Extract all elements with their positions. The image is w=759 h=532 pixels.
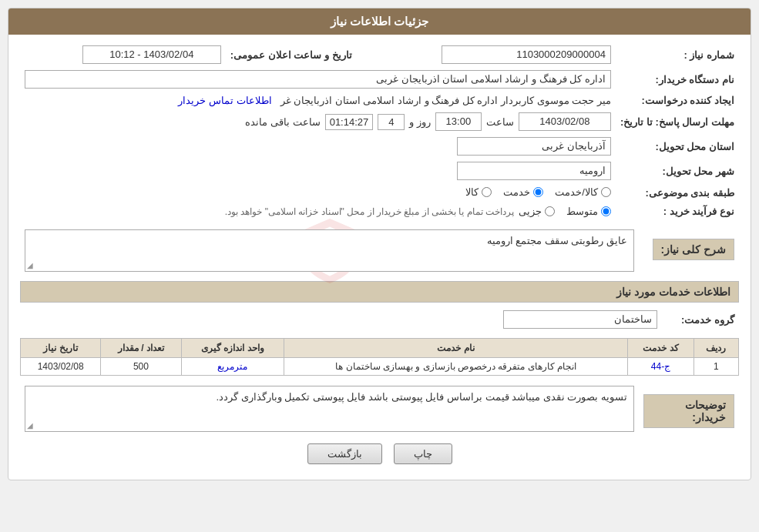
table-row: استان محل تحویل: آذربایجان غربی: [20, 134, 739, 159]
procurement-radio-group: متوسط جزیی: [519, 206, 611, 217]
creator-value: میر حجت موسوی کاربردار اداره کل فرهنگ و …: [280, 95, 611, 106]
print-button[interactable]: چاپ: [394, 443, 452, 464]
services-table-body: 1 ج-44 انجام کارهای متفرقه درخصوص بازساز…: [21, 358, 739, 376]
province-value: آذربایجان غربی: [457, 137, 611, 156]
response-deadline-row: 1403/02/08 ساعت 13:00 روز و 4 01:14:27 س…: [25, 112, 611, 131]
col-qty: تعداد / مقدار: [101, 339, 181, 358]
row-code: ج-44: [628, 358, 694, 376]
table-row: شهر محل تحویل: ارومیه: [20, 159, 739, 183]
card-body: شماره نیاز : 1103000209000004 تاریخ و سا…: [8, 35, 751, 480]
table-row: طبقه بندی موضوعی: کالا/خدمت خدمت: [20, 183, 739, 202]
need-description-text: عایق رطوبتی سقف مجتمع ارومیه: [487, 235, 627, 246]
radio-kala-khadamat-label: کالا/خدمت: [555, 186, 598, 198]
info-table: شماره نیاز : 1103000209000004 تاریخ و سا…: [20, 42, 739, 220]
table-header-row: ردیف کد خدمت نام خدمت واحد اندازه گیری ت…: [21, 339, 739, 358]
table-row: شماره نیاز : 1103000209000004 تاریخ و سا…: [20, 42, 739, 67]
row-name: انجام کارهای متفرقه درخصوص بازسازی و بهس…: [284, 358, 628, 376]
buyer-notes-value: تسویه بصورت نقدی میباشد قیمت براساس فایل…: [25, 386, 634, 432]
col-unit: واحد اندازه گیری: [181, 339, 284, 358]
row-num: 1: [694, 358, 738, 376]
col-code: کد خدمت: [628, 339, 694, 358]
main-card: جزئیات اطلاعات نیاز شماره نیاز : 1103000…: [8, 8, 751, 480]
service-group-label: گروه خدمت:: [662, 307, 739, 332]
radio-motasat[interactable]: متوسط: [566, 206, 611, 217]
radio-kala-khadamat[interactable]: کالا/خدمت: [555, 186, 611, 198]
need-description-label: شرح کلی نیاز:: [653, 239, 734, 260]
radio-khadamat-input[interactable]: [533, 187, 543, 197]
radio-jozei-label: جزیی: [519, 206, 542, 217]
response-date: 1403/02/08: [519, 112, 611, 131]
requester-org-label: نام دستگاه خریدار:: [616, 67, 739, 92]
back-button[interactable]: بازگشت: [307, 443, 382, 464]
announce-date-value: 1403/02/04 - 10:12: [82, 45, 221, 64]
services-section-title: اطلاعات خدمات مورد نیاز: [20, 281, 739, 303]
city-label: شهر محل تحویل:: [616, 159, 739, 183]
services-table: ردیف کد خدمت نام خدمت واحد اندازه گیری ت…: [20, 338, 739, 376]
procurement-note: پرداخت تمام یا بخشی از مبلغ خریدار از مح…: [225, 206, 514, 217]
province-label: استان محل تحویل:: [616, 134, 739, 159]
radio-motasat-input[interactable]: [601, 206, 611, 216]
table-row: نوع فرآیند خرید : متوسط جزیی: [20, 202, 739, 220]
announce-date-label: تاریخ و ساعت اعلان عمومی:: [226, 42, 368, 67]
category-radio-group: کالا/خدمت خدمت کالا: [465, 186, 611, 198]
table-row: گروه خدمت: ساختمان: [20, 307, 739, 332]
services-table-head: ردیف کد خدمت نام خدمت واحد اندازه گیری ت…: [21, 339, 739, 358]
col-date: تاریخ نیاز: [21, 339, 101, 358]
row-unit: مترمربع: [181, 358, 284, 376]
need-description-table: شرح کلی نیاز: عایق رطوبتی سقف م: [20, 226, 739, 275]
service-group-value: ساختمان: [503, 310, 657, 329]
button-row: چاپ بازگشت: [20, 443, 739, 464]
response-countdown-label: ساعت باقی مانده: [245, 116, 320, 128]
buyer-notes-table: توضیحات خریدار: تسویه بصورت نقدی میباشد …: [20, 382, 739, 436]
table-row: نام دستگاه خریدار: اداره کل فرهنگ و ارشا…: [20, 67, 739, 92]
radio-kala[interactable]: کالا: [465, 186, 492, 198]
service-group-table: گروه خدمت: ساختمان: [20, 307, 739, 332]
response-countdown: 01:14:27: [325, 114, 374, 130]
radio-jozei-input[interactable]: [545, 206, 555, 216]
response-time-label: ساعت: [486, 116, 514, 128]
radio-khadamat-label: خدمت: [503, 186, 530, 198]
radio-kala-label: کالا: [465, 186, 479, 198]
need-description-value: عایق رطوبتی سقف مجتمع ارومیه ◢: [25, 229, 634, 272]
resize-icon: ◢: [27, 261, 33, 269]
procurement-row: متوسط جزیی پرداخت تمام یا بخشی از مبلغ خ…: [25, 206, 611, 217]
radio-jozei[interactable]: جزیی: [519, 206, 555, 217]
response-days: 4: [378, 114, 405, 130]
row-date: 1403/02/08: [21, 358, 101, 376]
table-row: ایجاد کننده درخواست: میر حجت موسوی کاربر…: [20, 92, 739, 109]
page-title: جزئیات اطلاعات نیاز: [331, 15, 428, 28]
response-deadline-label: مهلت ارسال پاسخ: تا تاریخ:: [616, 109, 739, 134]
category-label: طبقه بندی موضوعی:: [616, 183, 739, 202]
radio-khadamat[interactable]: خدمت: [503, 186, 543, 198]
need-number-label: شماره نیاز :: [616, 42, 739, 67]
city-value: ارومیه: [457, 162, 611, 180]
col-row: ردیف: [694, 339, 738, 358]
response-day-label: روز و: [409, 116, 431, 128]
buyer-notes-text: تسویه بصورت نقدی میباشد قیمت براساس فایل…: [216, 391, 627, 403]
requester-org-value: اداره کل فرهنگ و ارشاد اسلامی استان اذرب…: [25, 70, 611, 89]
response-time: 13:00: [435, 112, 482, 131]
col-name: نام خدمت: [284, 339, 628, 358]
table-row: مهلت ارسال پاسخ: تا تاریخ: 1403/02/08 سا…: [20, 109, 739, 134]
table-row: 1 ج-44 انجام کارهای متفرقه درخصوص بازساز…: [21, 358, 739, 376]
need-number-value: 1103000209000004: [442, 45, 611, 64]
buyer-notes-label: توضیحات خریدار:: [643, 394, 734, 428]
radio-kala-input[interactable]: [482, 187, 492, 197]
radio-motasat-label: متوسط: [566, 206, 598, 217]
creator-link[interactable]: اطلاعات تماس خریدار: [178, 95, 271, 106]
page-container: جزئیات اطلاعات نیاز شماره نیاز : 1103000…: [0, 0, 759, 532]
table-row: شرح کلی نیاز: عایق رطوبتی سقف م: [20, 226, 739, 275]
table-row: توضیحات خریدار: تسویه بصورت نقدی میباشد …: [20, 382, 739, 436]
radio-kala-khadamat-input[interactable]: [601, 187, 611, 197]
card-header: جزئیات اطلاعات نیاز: [8, 8, 751, 35]
creator-label: ایجاد کننده درخواست:: [616, 92, 739, 109]
resize-icon-notes: ◢: [27, 421, 33, 430]
row-qty: 500: [101, 358, 181, 376]
procurement-label: نوع فرآیند خرید :: [616, 202, 739, 220]
